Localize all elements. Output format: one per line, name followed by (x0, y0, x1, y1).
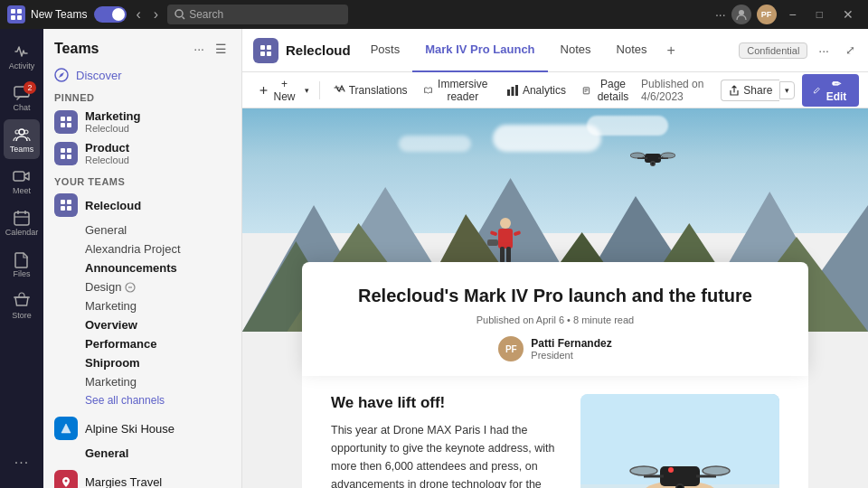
share-button-group: Share ▾ (721, 80, 795, 101)
team-info-marketing: Marketing Relecloud (85, 109, 140, 134)
new-chevron-button[interactable]: ▾ (300, 82, 314, 99)
sidebar-item-more[interactable]: ··· (4, 445, 40, 481)
tab-posts[interactable]: Posts (358, 29, 413, 72)
channel-general[interactable]: General (43, 221, 241, 239)
edit-button[interactable]: ✏ Edit (802, 74, 859, 107)
share-chevron-button[interactable]: ▾ (779, 81, 795, 99)
tab-notes-1[interactable]: Notes (548, 29, 604, 72)
teams-filter-button[interactable]: ☰ (212, 40, 231, 58)
article-author: PF Patti Fernandez President (331, 336, 779, 361)
svg-rect-0 (11, 9, 15, 14)
plus-icon (259, 84, 269, 97)
nav-back-button[interactable]: ‹ (132, 5, 144, 24)
confidential-badge: Confidential (739, 42, 807, 59)
article-heading: We have lift off! (331, 394, 562, 412)
sidebar-item-teams[interactable]: Teams (4, 119, 40, 159)
channel-performance[interactable]: Performance (43, 334, 241, 353)
channel-marketing2[interactable]: Marketing (43, 372, 241, 391)
channel-header: Relecloud Posts Mark IV Pro Launch Notes… (242, 29, 868, 72)
search-box[interactable]: Search (167, 5, 348, 24)
svg-point-66 (630, 153, 645, 158)
immersive-reader-label: Immersive reader (436, 78, 490, 103)
immersive-reader-button[interactable]: Immersive reader (417, 74, 497, 107)
new-label: + New (272, 78, 297, 103)
tab-notes-2[interactable]: Notes (604, 29, 660, 72)
svg-rect-62 (487, 239, 498, 246)
new-button-group: + New ▾ (251, 74, 314, 107)
svg-rect-73 (660, 466, 700, 486)
sidebar-label-teams: Teams (10, 145, 34, 154)
titlebar: New Teams ‹ › Search ··· PF − □ ✕ (0, 0, 868, 29)
maximize-button[interactable]: □ (809, 6, 830, 23)
svg-rect-24 (67, 155, 71, 159)
channel-alexandria[interactable]: Alexandria Project (43, 239, 241, 258)
svg-point-56 (500, 218, 511, 229)
calendar-icon (13, 209, 31, 227)
content-card: Relecloud's Mark IV Pro launch and the f… (302, 262, 808, 376)
more-button[interactable]: ··· (715, 7, 726, 22)
svg-rect-22 (67, 148, 71, 153)
article-title: Relecloud's Mark IV Pro launch and the f… (331, 284, 779, 307)
sidebar-item-files[interactable]: Files (4, 244, 40, 284)
alpine-name: Alpine Ski House (85, 422, 175, 436)
svg-rect-61 (513, 230, 521, 236)
relecloud-name: Relecloud (85, 199, 141, 212)
sidebar-item-chat[interactable]: Chat 2 (4, 78, 40, 117)
channel-alpine-general[interactable]: General (43, 444, 241, 463)
team-item-margies[interactable]: Margies Travel (43, 466, 241, 488)
svg-point-67 (661, 153, 675, 158)
channel-shiproom[interactable]: Shiproom (43, 353, 241, 372)
svg-point-4 (175, 10, 183, 17)
sidebar-item-meet[interactable]: Meet (4, 161, 40, 201)
channel-overview[interactable]: Overview (43, 315, 241, 334)
svg-rect-18 (67, 117, 71, 121)
svg-rect-58 (500, 247, 505, 263)
team-item-alpine[interactable]: Alpine Ski House (43, 413, 241, 444)
team-item-relecloud[interactable]: Relecloud (43, 190, 241, 221)
channel-name: Relecloud (286, 42, 351, 58)
article-body: We have lift off! This year at Drone MAX… (302, 376, 808, 488)
channel-marketing-relecloud[interactable]: Marketing (43, 296, 241, 315)
sidebar-label-calendar: Calendar (5, 228, 39, 237)
svg-rect-59 (506, 247, 511, 263)
translations-button[interactable]: Translations (326, 80, 415, 100)
nav-forward-button[interactable]: › (150, 5, 162, 24)
sidebar-item-store[interactable]: Store (4, 286, 40, 325)
team-item-product[interactable]: Product Relecloud (43, 137, 241, 169)
teams-toggle[interactable] (94, 6, 127, 23)
page-details-label: Page details (594, 78, 632, 103)
page-details-button[interactable]: Page details (575, 74, 639, 107)
tab-mark-iv[interactable]: Mark IV Pro Launch (412, 29, 547, 72)
page-details-icon (582, 84, 590, 97)
share-main-button[interactable]: Share (721, 80, 779, 101)
profile-avatar[interactable]: PF (757, 5, 777, 24)
pencil-icon (813, 85, 821, 96)
page-content: Relecloud's Mark IV Pro launch and the f… (242, 108, 868, 488)
discover-item[interactable]: Discover (43, 63, 241, 87)
user-avatar-small[interactable] (731, 5, 751, 24)
channel-announcements[interactable]: Announcements (43, 258, 241, 277)
channel-expand-button[interactable]: ⤢ (840, 40, 861, 61)
analytics-icon (506, 84, 519, 97)
analytics-button[interactable]: Analytics (499, 80, 573, 100)
sidebar-item-calendar[interactable]: Calendar (4, 202, 40, 242)
team-info-product: Product Relecloud (85, 141, 129, 165)
teams-panel: Teams ··· ☰ Discover Pinned (43, 29, 242, 488)
minimize-button[interactable]: − (782, 5, 804, 23)
sidebar-item-activity[interactable]: Activity (4, 36, 40, 76)
teams-more-button[interactable]: ··· (190, 40, 208, 58)
svg-rect-32 (260, 45, 265, 50)
sidebar-label-meet: Meet (13, 186, 31, 195)
team-item-marketing[interactable]: Marketing Relecloud (43, 106, 241, 137)
icon-sidebar: Activity Chat 2 Teams (0, 29, 43, 488)
channel-more-button[interactable]: ··· (813, 40, 835, 61)
discover-icon (54, 68, 69, 82)
see-all-channels[interactable]: See all channels (43, 391, 241, 409)
channel-design[interactable]: Design (43, 277, 241, 296)
svg-rect-2 (11, 15, 15, 20)
close-button[interactable]: ✕ (835, 5, 861, 23)
team-icon-product (54, 142, 78, 165)
tab-add-button[interactable]: + (660, 29, 683, 72)
new-main-button[interactable]: + New (251, 74, 300, 107)
svg-rect-21 (61, 148, 65, 153)
